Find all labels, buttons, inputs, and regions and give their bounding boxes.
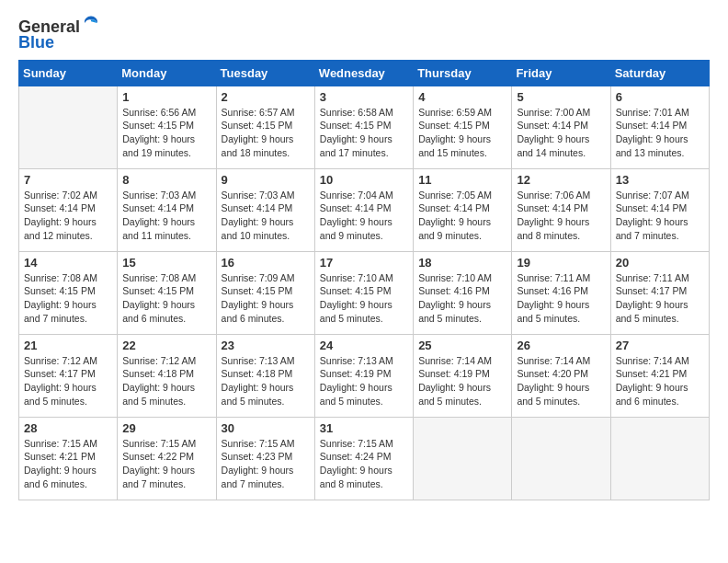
day-number: 28 bbox=[24, 421, 112, 435]
calendar-cell: 13Sunrise: 7:07 AM Sunset: 4:14 PM Dayli… bbox=[610, 168, 709, 251]
day-number: 6 bbox=[616, 90, 704, 104]
calendar-week-row: 14Sunrise: 7:08 AM Sunset: 4:15 PM Dayli… bbox=[19, 251, 710, 334]
day-info: Sunrise: 7:14 AM Sunset: 4:20 PM Dayligh… bbox=[517, 354, 605, 408]
day-info: Sunrise: 7:14 AM Sunset: 4:21 PM Dayligh… bbox=[616, 354, 704, 408]
day-info: Sunrise: 7:15 AM Sunset: 4:24 PM Dayligh… bbox=[320, 437, 408, 491]
day-number: 19 bbox=[517, 256, 605, 270]
day-info: Sunrise: 7:06 AM Sunset: 4:14 PM Dayligh… bbox=[517, 189, 605, 243]
day-number: 10 bbox=[320, 173, 408, 187]
day-number: 7 bbox=[24, 173, 112, 187]
calendar-cell: 29Sunrise: 7:15 AM Sunset: 4:22 PM Dayli… bbox=[118, 417, 216, 500]
day-number: 8 bbox=[122, 173, 210, 187]
page-header: General Blue bbox=[18, 18, 710, 52]
day-info: Sunrise: 7:13 AM Sunset: 4:18 PM Dayligh… bbox=[222, 354, 310, 408]
calendar-cell: 18Sunrise: 7:10 AM Sunset: 4:16 PM Dayli… bbox=[414, 251, 512, 334]
day-info: Sunrise: 7:12 AM Sunset: 4:17 PM Dayligh… bbox=[24, 354, 112, 408]
day-info: Sunrise: 6:56 AM Sunset: 4:15 PM Dayligh… bbox=[122, 106, 210, 160]
day-info: Sunrise: 7:09 AM Sunset: 4:15 PM Dayligh… bbox=[222, 271, 310, 326]
calendar-cell: 12Sunrise: 7:06 AM Sunset: 4:14 PM Dayli… bbox=[512, 168, 610, 251]
day-info: Sunrise: 7:15 AM Sunset: 4:23 PM Dayligh… bbox=[222, 437, 310, 491]
day-number: 23 bbox=[222, 339, 310, 352]
day-number: 22 bbox=[122, 339, 210, 352]
day-info: Sunrise: 7:03 AM Sunset: 4:14 PM Dayligh… bbox=[222, 189, 310, 243]
calendar-cell: 14Sunrise: 7:08 AM Sunset: 4:15 PM Dayli… bbox=[19, 251, 118, 334]
calendar-cell: 4Sunrise: 6:59 AM Sunset: 4:15 PM Daylig… bbox=[414, 86, 512, 168]
calendar-cell: 2Sunrise: 6:57 AM Sunset: 4:15 PM Daylig… bbox=[216, 86, 314, 168]
day-info: Sunrise: 7:05 AM Sunset: 4:14 PM Dayligh… bbox=[418, 189, 506, 243]
day-number: 27 bbox=[616, 339, 704, 352]
calendar-cell bbox=[414, 417, 512, 500]
logo-bird-icon bbox=[82, 14, 100, 32]
day-number: 12 bbox=[517, 173, 605, 187]
calendar-cell: 24Sunrise: 7:13 AM Sunset: 4:19 PM Dayli… bbox=[314, 334, 413, 417]
day-info: Sunrise: 7:13 AM Sunset: 4:19 PM Dayligh… bbox=[320, 354, 408, 408]
calendar-cell: 5Sunrise: 7:00 AM Sunset: 4:14 PM Daylig… bbox=[512, 86, 610, 168]
day-number: 30 bbox=[222, 421, 310, 435]
calendar-cell: 27Sunrise: 7:14 AM Sunset: 4:21 PM Dayli… bbox=[610, 334, 709, 417]
logo-blue: Blue bbox=[18, 33, 54, 52]
calendar-cell: 6Sunrise: 7:01 AM Sunset: 4:14 PM Daylig… bbox=[610, 86, 709, 168]
calendar-week-row: 21Sunrise: 7:12 AM Sunset: 4:17 PM Dayli… bbox=[19, 334, 710, 417]
day-number: 16 bbox=[222, 256, 310, 270]
calendar-cell: 21Sunrise: 7:12 AM Sunset: 4:17 PM Dayli… bbox=[19, 334, 118, 417]
day-number: 20 bbox=[616, 256, 704, 270]
day-number: 13 bbox=[616, 173, 704, 187]
calendar-cell: 20Sunrise: 7:11 AM Sunset: 4:17 PM Dayli… bbox=[610, 251, 709, 334]
day-info: Sunrise: 7:01 AM Sunset: 4:14 PM Dayligh… bbox=[616, 106, 704, 160]
day-info: Sunrise: 7:02 AM Sunset: 4:14 PM Dayligh… bbox=[24, 189, 112, 243]
day-info: Sunrise: 7:10 AM Sunset: 4:16 PM Dayligh… bbox=[418, 271, 506, 326]
day-info: Sunrise: 7:00 AM Sunset: 4:14 PM Dayligh… bbox=[517, 106, 605, 160]
day-number: 17 bbox=[320, 256, 408, 270]
day-info: Sunrise: 6:57 AM Sunset: 4:15 PM Dayligh… bbox=[222, 106, 310, 160]
calendar-cell: 10Sunrise: 7:04 AM Sunset: 4:14 PM Dayli… bbox=[314, 168, 413, 251]
day-number: 11 bbox=[418, 173, 506, 187]
calendar-table: SundayMondayTuesdayWednesdayThursdayFrid… bbox=[18, 60, 710, 500]
day-info: Sunrise: 7:10 AM Sunset: 4:15 PM Dayligh… bbox=[320, 271, 408, 326]
day-number: 24 bbox=[320, 339, 408, 352]
calendar-cell: 11Sunrise: 7:05 AM Sunset: 4:14 PM Dayli… bbox=[414, 168, 512, 251]
day-number: 18 bbox=[418, 256, 506, 270]
col-header-wednesday: Wednesday bbox=[314, 60, 413, 86]
calendar-cell: 3Sunrise: 6:58 AM Sunset: 4:15 PM Daylig… bbox=[314, 86, 413, 168]
calendar-week-row: 28Sunrise: 7:15 AM Sunset: 4:21 PM Dayli… bbox=[19, 417, 710, 500]
day-number: 31 bbox=[320, 421, 408, 435]
calendar-cell: 16Sunrise: 7:09 AM Sunset: 4:15 PM Dayli… bbox=[216, 251, 314, 334]
day-info: Sunrise: 7:08 AM Sunset: 4:15 PM Dayligh… bbox=[24, 271, 112, 326]
col-header-thursday: Thursday bbox=[414, 60, 512, 86]
calendar-cell: 25Sunrise: 7:14 AM Sunset: 4:19 PM Dayli… bbox=[414, 334, 512, 417]
day-number: 21 bbox=[24, 339, 112, 352]
day-number: 14 bbox=[24, 256, 112, 270]
day-info: Sunrise: 6:59 AM Sunset: 4:15 PM Dayligh… bbox=[418, 106, 506, 160]
calendar-cell bbox=[19, 86, 118, 168]
col-header-monday: Monday bbox=[118, 60, 216, 86]
day-info: Sunrise: 7:11 AM Sunset: 4:17 PM Dayligh… bbox=[616, 271, 704, 326]
calendar-cell: 17Sunrise: 7:10 AM Sunset: 4:15 PM Dayli… bbox=[314, 251, 413, 334]
day-info: Sunrise: 7:15 AM Sunset: 4:22 PM Dayligh… bbox=[122, 437, 210, 491]
calendar-cell: 23Sunrise: 7:13 AM Sunset: 4:18 PM Dayli… bbox=[216, 334, 314, 417]
day-number: 1 bbox=[122, 90, 210, 104]
day-info: Sunrise: 7:14 AM Sunset: 4:19 PM Dayligh… bbox=[418, 354, 506, 408]
calendar-cell: 26Sunrise: 7:14 AM Sunset: 4:20 PM Dayli… bbox=[512, 334, 610, 417]
col-header-saturday: Saturday bbox=[610, 60, 709, 86]
day-number: 4 bbox=[418, 90, 506, 104]
day-number: 2 bbox=[222, 90, 310, 104]
day-number: 15 bbox=[122, 256, 210, 270]
calendar-cell: 31Sunrise: 7:15 AM Sunset: 4:24 PM Dayli… bbox=[314, 417, 413, 500]
day-number: 3 bbox=[320, 90, 408, 104]
day-number: 5 bbox=[517, 90, 605, 104]
calendar-cell: 28Sunrise: 7:15 AM Sunset: 4:21 PM Dayli… bbox=[19, 417, 118, 500]
calendar-cell bbox=[610, 417, 709, 500]
calendar-cell bbox=[512, 417, 610, 500]
day-info: Sunrise: 7:15 AM Sunset: 4:21 PM Dayligh… bbox=[24, 437, 112, 491]
day-info: Sunrise: 7:07 AM Sunset: 4:14 PM Dayligh… bbox=[616, 189, 704, 243]
day-number: 29 bbox=[122, 421, 210, 435]
calendar-header-row: SundayMondayTuesdayWednesdayThursdayFrid… bbox=[19, 60, 710, 86]
calendar-cell: 7Sunrise: 7:02 AM Sunset: 4:14 PM Daylig… bbox=[19, 168, 118, 251]
day-number: 25 bbox=[418, 339, 506, 352]
calendar-cell: 19Sunrise: 7:11 AM Sunset: 4:16 PM Dayli… bbox=[512, 251, 610, 334]
col-header-tuesday: Tuesday bbox=[216, 60, 314, 86]
calendar-cell: 22Sunrise: 7:12 AM Sunset: 4:18 PM Dayli… bbox=[118, 334, 216, 417]
calendar-cell: 30Sunrise: 7:15 AM Sunset: 4:23 PM Dayli… bbox=[216, 417, 314, 500]
col-header-friday: Friday bbox=[512, 60, 610, 86]
day-info: Sunrise: 7:08 AM Sunset: 4:15 PM Dayligh… bbox=[122, 271, 210, 326]
